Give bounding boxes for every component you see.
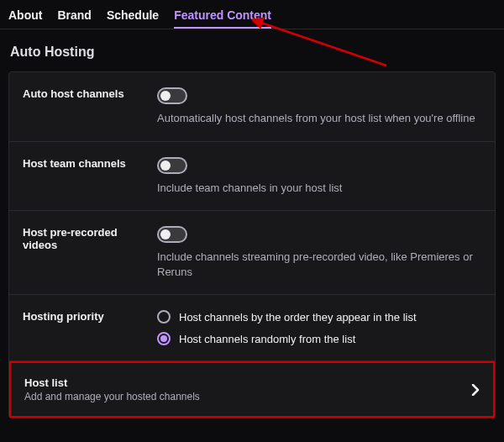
label-auto-host-channels: Auto host channels bbox=[23, 87, 157, 126]
desc-auto-host-channels: Automatically host channels from your ho… bbox=[157, 111, 481, 126]
row-hosting-priority: Hosting priority Host channels by the or… bbox=[9, 295, 495, 361]
auto-hosting-panel: Auto host channels Automatically host ch… bbox=[8, 71, 496, 418]
label-host-pre-recorded: Host pre-recorded videos bbox=[23, 226, 157, 279]
radio-group-hosting-priority: Host channels by the order they appear i… bbox=[157, 310, 481, 345]
radio-label-random: Host channels randomly from the list bbox=[179, 333, 355, 345]
toggle-auto-host-channels[interactable] bbox=[157, 87, 187, 104]
radio-label-order: Host channels by the order they appear i… bbox=[179, 311, 417, 324]
host-list-title: Host list bbox=[24, 376, 471, 389]
row-host-pre-recorded: Host pre-recorded videos Include channel… bbox=[9, 211, 495, 295]
chevron-right-icon bbox=[471, 384, 480, 396]
tab-schedule[interactable]: Schedule bbox=[107, 8, 159, 29]
toggle-host-pre-recorded[interactable] bbox=[157, 226, 187, 243]
radio-option-random[interactable]: Host channels randomly from the list bbox=[157, 332, 481, 345]
row-host-team-channels: Host team channels Include team channels… bbox=[9, 142, 495, 212]
tab-about[interactable]: About bbox=[8, 8, 42, 29]
radio-option-order[interactable]: Host channels by the order they appear i… bbox=[157, 310, 481, 324]
toggle-host-team-channels[interactable] bbox=[157, 157, 187, 174]
tab-featured-content[interactable]: Featured Content bbox=[174, 8, 271, 29]
tab-brand[interactable]: Brand bbox=[57, 8, 91, 29]
host-list-button[interactable]: Host list Add and manage your hosted cha… bbox=[9, 361, 495, 418]
radio-icon bbox=[157, 332, 171, 345]
desc-host-pre-recorded: Include channels streaming pre-recorded … bbox=[157, 250, 481, 279]
label-host-team-channels: Host team channels bbox=[23, 157, 157, 196]
settings-tabs: About Brand Schedule Featured Content bbox=[0, 0, 504, 29]
section-title-auto-hosting: Auto Hosting bbox=[0, 45, 504, 71]
radio-icon bbox=[157, 310, 171, 324]
desc-host-team-channels: Include team channels in your host list bbox=[157, 181, 481, 196]
row-auto-host-channels: Auto host channels Automatically host ch… bbox=[9, 72, 495, 142]
host-list-subtitle: Add and manage your hosted channels bbox=[24, 391, 471, 403]
label-hosting-priority: Hosting priority bbox=[23, 310, 157, 345]
